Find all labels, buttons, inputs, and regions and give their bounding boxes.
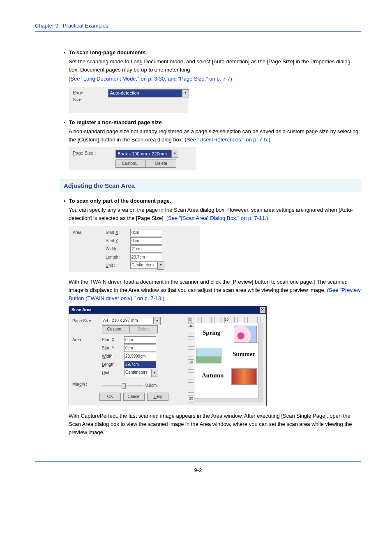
header-rule	[35, 31, 361, 32]
help-button: Help	[147, 393, 168, 401]
delete-button[interactable]: Delete	[146, 160, 176, 168]
width-label: Width :	[102, 353, 124, 360]
page-size-figure-auto: Page Size : Auto-detection ▼	[69, 87, 188, 113]
area-label: Area	[72, 337, 102, 343]
slider-thumb[interactable]	[122, 383, 126, 389]
width-label: Width :	[106, 246, 130, 252]
captureperfect-text: With CapturePerfect, the last scanned im…	[69, 412, 361, 437]
bullet-label-scan-part: To scan only part of the document page.	[69, 197, 171, 205]
scan-area-dialog: Scan Area ✕ Page Size : A4 - 210 x 297 m…	[69, 306, 267, 406]
spring-image	[234, 326, 257, 343]
page-size-figure-custom: Page Size : Book - 190mm x 220mm ▼ Custo…	[69, 147, 196, 170]
length-label: Length :	[102, 361, 124, 368]
start-x-input[interactable]: 0cm	[124, 336, 156, 344]
dialog-titlebar: Scan Area ✕	[69, 306, 266, 314]
unit-label: Unit :	[102, 370, 124, 376]
ok-button[interactable]: OK	[99, 393, 121, 401]
scrollbar-vertical[interactable]	[258, 323, 263, 398]
season-summer-label: Summer	[233, 349, 255, 359]
ruler-mark: 0	[189, 317, 191, 323]
margin-label: Margin :	[72, 381, 102, 388]
start-x-label: Start X :	[106, 229, 130, 236]
area-label: Area	[73, 229, 106, 236]
unit-select[interactable]: Centimeters	[124, 369, 151, 376]
ruler-mark: 0	[190, 324, 192, 329]
chapter-number: Chapter 9	[35, 23, 58, 29]
width-input[interactable]: 21cm	[130, 245, 162, 253]
width-input[interactable]: 20.9999cm	[124, 353, 156, 360]
delete-button: Delete	[130, 325, 158, 333]
non-standard-para: A non-standard page size not already reg…	[69, 127, 361, 144]
page-size-label: Page Size :	[72, 318, 102, 324]
bullet-label-non-standard: To register a non-standard page size	[69, 118, 162, 127]
page-size-select[interactable]: Auto-detection	[108, 89, 182, 97]
scrollbar-horizontal[interactable]	[194, 398, 263, 402]
start-y-input[interactable]: 0cm	[130, 237, 162, 245]
preview-sheet[interactable]: Spring Summer Autumn	[194, 323, 260, 402]
dialog-title: Scan Area	[71, 307, 92, 313]
ruler-mark: 20	[189, 396, 193, 402]
bullet-long-doc: • To scan long-page documents	[64, 49, 361, 57]
chevron-down-icon[interactable]: ▼	[154, 317, 161, 325]
bullet-scan-part: • To scan only part of the document page…	[64, 197, 361, 205]
non-standard-link[interactable]: (See "User Preferences," on p. 7-5.)	[185, 136, 270, 143]
chevron-down-icon[interactable]: ▼	[151, 369, 158, 377]
page-size-select[interactable]: Book - 190mm x 220mm	[115, 150, 171, 158]
unit-select[interactable]: Centimeters	[130, 261, 157, 269]
bullet-dot: •	[64, 118, 66, 127]
close-icon[interactable]: ✕	[260, 307, 265, 313]
start-y-input[interactable]: 0cm	[124, 345, 156, 352]
chapter-title: Practical Examples	[63, 23, 108, 29]
twain-paragraph: With the TWAIN driver, load a document i…	[69, 278, 361, 303]
long-doc-text: Set the scanning mode to Long Document m…	[69, 58, 361, 74]
bullet-label-long-doc: To scan long-page documents	[69, 49, 146, 57]
autumn-image	[231, 368, 257, 385]
ruler-vertical: 0 10 20	[188, 323, 194, 402]
length-input[interactable]: 29.7cm	[130, 254, 162, 261]
bullet-dot: •	[64, 49, 66, 57]
preview-panel: 0 10 0 10 20 Spring	[188, 317, 263, 402]
ruler-mark: 10	[225, 317, 229, 323]
twain-text: With the TWAIN driver, load a document i…	[69, 279, 348, 293]
scan-part-para: You can specify any area on the page in …	[69, 206, 361, 222]
cancel-button[interactable]: Cancel	[123, 393, 145, 401]
custom-button[interactable]: Custom...	[115, 160, 146, 168]
unit-label: Unit :	[106, 262, 130, 269]
long-doc-link[interactable]: (See "Long Document Mode," on p. 3-30, a…	[69, 75, 361, 83]
area-figure: Area Start X : 0cm Start Y : 0cm Width :…	[69, 226, 200, 272]
margin-value: 0.0cm	[145, 382, 157, 389]
summer-image	[196, 348, 221, 363]
length-input[interactable]: 29.7cm	[124, 361, 156, 368]
start-y-label: Start Y :	[102, 345, 124, 352]
length-label: Length :	[106, 254, 130, 261]
page-footer: 9-2	[35, 461, 361, 473]
page-size-label: Page Size :	[73, 150, 96, 157]
season-autumn-label: Autumn	[202, 371, 224, 380]
section-adjust-scan-area: Adjusting the Scan Area	[60, 179, 361, 192]
page-size-label: Page Size :	[73, 89, 83, 110]
chevron-down-icon[interactable]: ▼	[157, 261, 164, 270]
bullet-dot: •	[64, 197, 66, 205]
page-number: 9-2	[194, 467, 202, 473]
chevron-down-icon[interactable]: ▼	[182, 89, 189, 97]
custom-button[interactable]: Custom...	[102, 325, 130, 333]
ruler-horizontal: 0 10	[188, 317, 263, 323]
chapter-header: Chapter 9 Practical Examples	[35, 23, 361, 29]
chevron-down-icon[interactable]: ▼	[171, 150, 178, 158]
season-spring-label: Spring	[203, 328, 220, 338]
page-size-select[interactable]: A4 - 210 x 297 mm	[102, 317, 154, 324]
scan-part-link[interactable]: (See "[Scan Area] Dialog Box," on p. 7-1…	[166, 215, 268, 221]
start-x-input[interactable]: 0cm	[130, 229, 162, 236]
bullet-non-standard: • To register a non-standard page size	[64, 118, 361, 127]
start-y-label: Start Y :	[106, 238, 130, 244]
start-x-label: Start X :	[102, 337, 124, 343]
margin-slider[interactable]	[102, 385, 143, 386]
ruler-mark: 10	[189, 360, 193, 365]
